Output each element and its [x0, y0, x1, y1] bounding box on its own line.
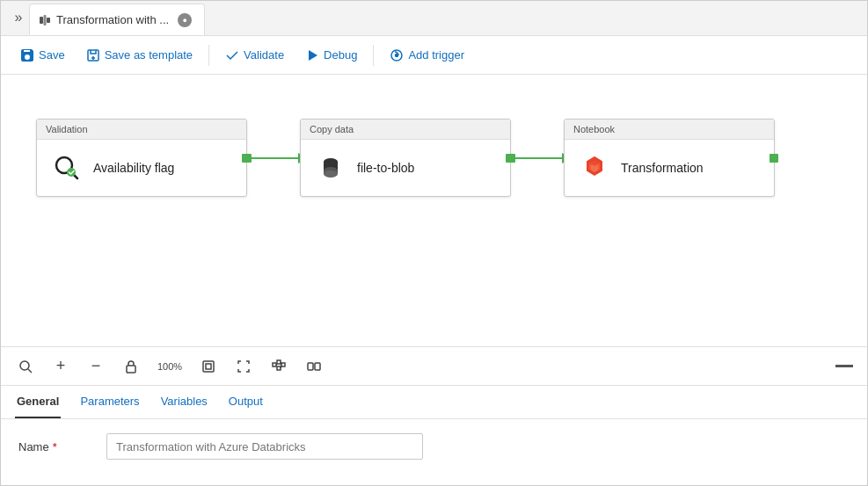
- tab-expand-btn[interactable]: »: [8, 0, 29, 35]
- pipeline-container: Validation Availability flag: [36, 119, 775, 197]
- svg-point-14: [324, 170, 338, 178]
- node-copy-data-label: file-to-blob: [357, 161, 414, 175]
- validation-icon: [51, 152, 83, 184]
- node-validation-header: Validation: [37, 120, 246, 140]
- toolbar-separator-1: [208, 45, 209, 66]
- required-star: *: [53, 440, 57, 453]
- svg-rect-2: [47, 18, 50, 23]
- connector-dot-left-2: [507, 154, 515, 163]
- tab-label: Transformation with ...: [56, 13, 169, 26]
- group-icon[interactable]: [303, 356, 325, 377]
- add-trigger-label: Add trigger: [408, 48, 464, 62]
- debug-icon: [305, 48, 319, 62]
- name-label: Name *: [18, 440, 89, 453]
- svg-rect-21: [127, 366, 135, 373]
- tab-variables[interactable]: Variables: [159, 386, 209, 418]
- svg-rect-31: [308, 363, 313, 370]
- validate-label: Validate: [244, 48, 284, 62]
- svg-line-29: [281, 362, 281, 365]
- svg-rect-25: [277, 360, 281, 364]
- node-notebook[interactable]: Notebook Transformation: [564, 119, 775, 197]
- debug-button[interactable]: Debug: [296, 44, 366, 67]
- name-form-row: Name *: [18, 433, 850, 460]
- connector-dot-left-1: [243, 154, 252, 163]
- tab-pipeline-icon: [39, 14, 51, 26]
- svg-rect-32: [315, 363, 320, 370]
- zoom-out-icon[interactable]: −: [85, 356, 106, 377]
- node-notebook-connector-right: [770, 154, 778, 163]
- node-copy-data[interactable]: Copy data file-to-blob: [300, 119, 511, 197]
- add-trigger-button[interactable]: Add trigger: [381, 44, 473, 67]
- bottom-toolbar: + − 100%: [1, 347, 867, 386]
- svg-point-19: [20, 361, 29, 370]
- save-icon: [20, 48, 34, 62]
- svg-line-20: [28, 369, 32, 373]
- lock-icon[interactable]: [120, 356, 142, 377]
- tab-close-btn[interactable]: ●: [178, 13, 192, 27]
- copy-data-icon: [315, 152, 346, 184]
- tab-parameters[interactable]: Parameters: [78, 386, 141, 418]
- save-template-icon: [86, 48, 100, 62]
- connector-1: [247, 123, 300, 193]
- svg-marker-4: [309, 50, 317, 61]
- svg-rect-22: [203, 361, 214, 372]
- validate-button[interactable]: Validate: [216, 44, 293, 67]
- search-zoom-icon[interactable]: [15, 356, 36, 377]
- save-as-template-button[interactable]: Save as template: [77, 44, 201, 67]
- fit-page-icon[interactable]: [198, 356, 219, 377]
- node-copy-data-body: file-to-blob: [301, 140, 510, 196]
- notebook-icon: [579, 152, 610, 184]
- tab-output[interactable]: Output: [227, 386, 265, 418]
- pipeline-tab[interactable]: Transformation with ... ●: [29, 4, 205, 35]
- fit-selection-icon[interactable]: [233, 356, 254, 377]
- svg-point-9: [67, 168, 76, 177]
- save-button[interactable]: Save: [11, 44, 74, 67]
- node-validation-label: Availability flag: [93, 161, 174, 175]
- svg-line-30: [281, 366, 281, 368]
- save-label: Save: [39, 48, 65, 62]
- svg-rect-26: [277, 366, 281, 370]
- auto-layout-icon[interactable]: [268, 356, 289, 377]
- node-notebook-header: Notebook: [565, 120, 774, 140]
- debug-label: Debug: [324, 48, 357, 62]
- zoom-percent-icon[interactable]: 100%: [156, 356, 184, 377]
- add-trigger-icon: [390, 48, 404, 62]
- tab-bar: » Transformation with ... ●: [1, 1, 867, 36]
- save-template-label: Save as template: [105, 48, 193, 62]
- node-notebook-label: Transformation: [621, 161, 704, 175]
- svg-rect-23: [206, 364, 211, 369]
- node-validation-body: Availability flag: [37, 140, 246, 196]
- node-notebook-body: Transformation: [565, 140, 774, 196]
- properties-panel: General Parameters Variables Output Name…: [1, 386, 867, 486]
- toolbar-separator-2: [373, 45, 374, 66]
- node-copy-data-header: Copy data: [301, 120, 510, 140]
- properties-tabs: General Parameters Variables Output: [1, 386, 867, 419]
- connector-2: [511, 123, 564, 193]
- canvas-area[interactable]: Validation Availability flag: [1, 75, 867, 347]
- main-toolbar: Save Save as template Validate Debug: [1, 36, 867, 75]
- zoom-in-icon[interactable]: +: [50, 356, 71, 377]
- svg-rect-24: [273, 363, 276, 366]
- tab-general[interactable]: General: [15, 386, 61, 418]
- properties-content: Name *: [1, 419, 867, 474]
- svg-point-6: [396, 54, 398, 56]
- validate-icon: [225, 48, 239, 62]
- name-input[interactable]: [106, 433, 423, 460]
- svg-rect-0: [40, 17, 43, 24]
- svg-rect-1: [44, 15, 47, 25]
- node-validation[interactable]: Validation Availability flag: [36, 119, 247, 197]
- minimize-button[interactable]: [835, 365, 853, 367]
